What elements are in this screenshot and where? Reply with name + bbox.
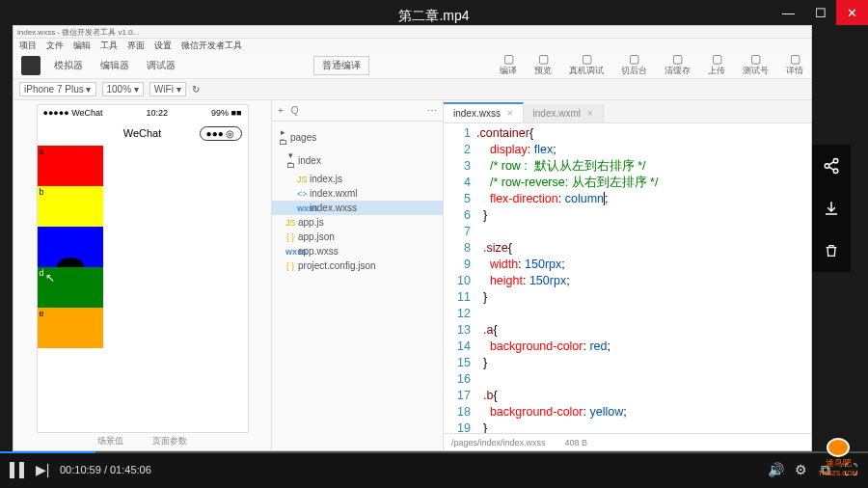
window-minimize[interactable]: — (773, 0, 804, 25)
download-button[interactable] (812, 187, 851, 230)
menu-item[interactable]: 微信开发者工具 (181, 40, 242, 52)
video-player-bar: ▌▌ ▶| 00:10:59 / 01:45:06 🔊 ⚙ ⧉ ⛶ (0, 451, 868, 488)
menu-item[interactable]: 项目 (19, 40, 37, 52)
share-button[interactable] (812, 145, 851, 187)
svg-point-2 (833, 169, 838, 174)
block-container: a b d↖ e (38, 146, 248, 348)
block-c (38, 227, 103, 267)
settings-icon[interactable]: ⚙ (793, 462, 808, 477)
block-b: b (38, 186, 103, 227)
block-a: a (38, 146, 103, 186)
editor-statusbar: /pages/index/index.wxss408 B (444, 433, 811, 450)
video-action-rail (812, 145, 851, 272)
menu-item[interactable]: 工具 (100, 40, 118, 52)
video-title: 第二章.mp4 (398, 8, 469, 25)
cut-button[interactable]: ▢切后台 (621, 53, 647, 77)
file-index.wxml[interactable]: <>index.wxml (272, 186, 443, 201)
svg-line-4 (828, 167, 833, 170)
progress-bar[interactable] (0, 451, 868, 453)
watermark: 途鸟吧 TNBZS.COM (812, 438, 864, 476)
preview-button[interactable]: ▢预览 (534, 53, 552, 77)
menu-item[interactable]: 文件 (46, 40, 64, 52)
test-button[interactable]: ▢测试号 (743, 53, 769, 77)
explorer-more-icon[interactable]: ⋯ (427, 105, 437, 116)
mode-tab[interactable]: 调试器 (139, 56, 183, 75)
detail-button[interactable]: ▢详情 (786, 53, 803, 77)
code-lines[interactable]: .container{ display: flex; /* row : 默认从左… (476, 123, 811, 433)
time-display: 00:10:59 / 01:45:06 (60, 464, 151, 475)
clear-button[interactable]: ▢清缓存 (665, 53, 691, 77)
editor-tab[interactable]: index.wxml × (524, 104, 604, 122)
capsule-button[interactable]: ●●● ◎ (200, 126, 242, 141)
file-app.wxss[interactable]: wxssapp.wxss (272, 244, 443, 258)
phone-simulator[interactable]: ●●●●● WeChat10:2299% ■■ WeChat ●●● ◎ a b… (37, 104, 249, 433)
upload-button[interactable]: ▢上传 (708, 53, 725, 77)
mouse-cursor-icon: ↖ (45, 271, 55, 285)
search-files-button[interactable]: Q (291, 105, 299, 116)
file-index.js[interactable]: JSindex.js (272, 172, 443, 186)
remote-button[interactable]: ▢真机调试 (569, 53, 604, 77)
delete-button[interactable] (812, 230, 851, 272)
svg-point-0 (833, 159, 838, 164)
mode-tab[interactable]: 编辑器 (93, 56, 137, 75)
editor-tab[interactable]: index.wxss × (444, 102, 524, 122)
phone-statusbar: ●●●●● WeChat10:2299% ■■ (38, 105, 248, 121)
file-app.json[interactable]: { }app.json (272, 230, 443, 244)
menu-item[interactable]: 界面 (127, 40, 145, 52)
zoom-select[interactable]: 100% ▾ (102, 82, 144, 96)
file-explorer: + Q ⋯ ▸ 🗀pages▾ 🗀indexJSindex.js<>index.… (272, 100, 444, 450)
mode-tab[interactable]: 模拟器 (46, 56, 91, 75)
scene-link[interactable]: 场景值 (97, 435, 123, 447)
compile-button[interactable]: ▢编译 (500, 53, 517, 77)
file-index.wxss[interactable]: wxssindex.wxss (272, 201, 443, 215)
block-d: d↖ (38, 267, 103, 308)
code-editor: index.wxss ×index.wxml × 123456789101112… (444, 100, 811, 450)
avatar[interactable] (21, 56, 41, 75)
ide-menu: 项目文件编辑工具界面设置微信开发者工具 (14, 39, 811, 52)
device-select[interactable]: iPhone 7 Plus ▾ (19, 82, 96, 96)
file-pages[interactable]: ▸ 🗀pages (272, 125, 443, 149)
file-index[interactable]: ▾ 🗀index (272, 149, 443, 172)
play-pause-button[interactable]: ▌▌ (10, 462, 25, 477)
network-select[interactable]: WiFi ▾ (149, 82, 186, 96)
rotate-icon[interactable]: ↻ (192, 84, 200, 95)
ide-toolbar: 模拟器编辑器调试器 普通编译 ▢编译▢预览▢真机调试▢切后台▢清缓存▢上传▢测试… (14, 52, 811, 79)
compile-mode[interactable]: 普通编译 (313, 56, 369, 75)
svg-point-1 (825, 164, 829, 169)
next-button[interactable]: ▶| (35, 462, 50, 477)
window-controls: — ☐ ✕ (773, 0, 868, 25)
line-gutter: 1234567891011121314151617181920212223 (444, 123, 476, 433)
menu-item[interactable]: 编辑 (73, 40, 91, 52)
window-maximize[interactable]: ☐ (804, 0, 836, 25)
file-project.config.json[interactable]: { }project.config.json (272, 258, 443, 273)
svg-line-3 (828, 162, 833, 165)
simulator-pane: ●●●●● WeChat10:2299% ■■ WeChat ●●● ◎ a b… (14, 100, 272, 450)
device-bar: iPhone 7 Plus ▾ 100% ▾ WiFi ▾ ↻ (14, 79, 811, 100)
file-app.js[interactable]: JSapp.js (272, 215, 443, 230)
ide-titlebar: index.wxss - 微信开发者工具 v1.0... (14, 26, 811, 39)
phone-title: WeChat (123, 127, 162, 139)
add-file-button[interactable]: + (278, 105, 284, 116)
watermark-logo-icon (827, 438, 850, 457)
phone-navbar: WeChat ●●● ◎ (38, 121, 248, 146)
page-params-link[interactable]: 页面参数 (152, 435, 187, 447)
menu-item[interactable]: 设置 (154, 40, 172, 52)
code-area[interactable]: 1234567891011121314151617181920212223 .c… (444, 123, 811, 433)
window-close[interactable]: ✕ (836, 0, 868, 25)
wechat-devtools-window: index.wxss - 微信开发者工具 v1.0... 项目文件编辑工具界面设… (13, 25, 812, 451)
block-e: e (38, 308, 103, 348)
volume-icon[interactable]: 🔊 (768, 462, 783, 477)
